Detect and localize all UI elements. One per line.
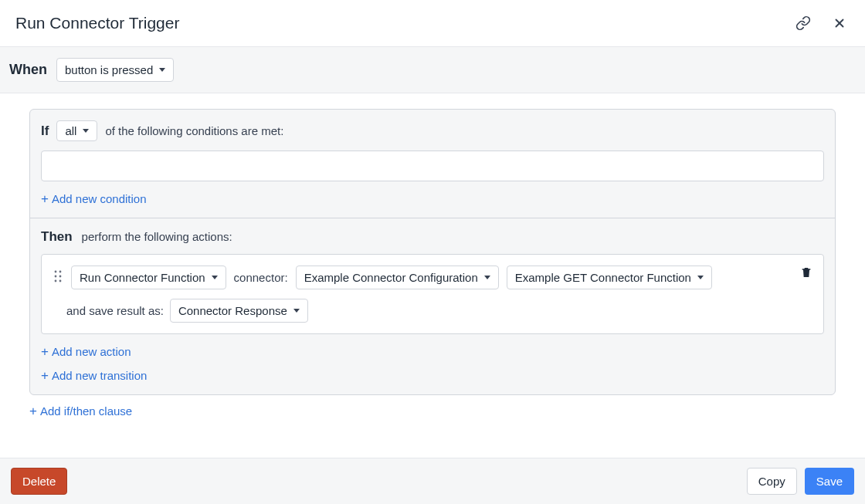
condition-input[interactable]	[41, 151, 824, 181]
svg-point-4	[55, 276, 57, 278]
drag-handle-icon[interactable]	[53, 269, 63, 286]
caret-icon	[159, 68, 165, 72]
action-type-value: Run Connector Function	[80, 271, 205, 284]
modal-title: Run Connector Trigger	[15, 14, 179, 32]
add-condition-label: Add new condition	[52, 192, 147, 205]
save-as-value: Connector Response	[178, 304, 287, 317]
save-button[interactable]: Save	[805, 468, 854, 495]
plus-icon: +	[29, 404, 37, 418]
svg-point-6	[55, 280, 57, 282]
svg-point-3	[59, 271, 62, 273]
if-mode-select[interactable]: all	[56, 120, 97, 141]
caret-icon	[212, 276, 218, 279]
modal-header: Run Connector Trigger	[0, 0, 865, 47]
add-transition-label: Add new transition	[52, 369, 147, 382]
save-as-select[interactable]: Connector Response	[170, 299, 308, 323]
then-section: Then perform the following actions: Run …	[30, 218, 835, 394]
if-label: If	[41, 123, 49, 139]
svg-point-7	[59, 280, 62, 282]
if-suffix: of the following conditions are met:	[105, 124, 283, 137]
plus-icon: +	[41, 345, 49, 358]
delete-button[interactable]: Delete	[11, 468, 67, 495]
svg-point-5	[59, 276, 62, 278]
connector-function-value: Example GET Connector Function	[515, 271, 691, 284]
svg-point-2	[55, 271, 57, 273]
footer-right: Copy Save	[747, 468, 854, 495]
if-mode-value: all	[65, 124, 76, 137]
caret-icon	[697, 276, 704, 279]
caret-icon	[484, 276, 490, 279]
add-condition-button[interactable]: + Add new condition	[41, 192, 147, 205]
header-actions	[792, 12, 850, 34]
then-label: Then	[41, 229, 73, 245]
when-trigger-select[interactable]: button is pressed	[56, 58, 174, 82]
when-trigger-value: button is pressed	[65, 63, 153, 76]
add-transition-button[interactable]: + Add new transition	[41, 369, 147, 382]
connector-value: Example Connector Configuration	[304, 271, 478, 284]
action-type-select[interactable]: Run Connector Function	[71, 266, 226, 289]
modal-footer: Delete Copy Save	[0, 458, 865, 504]
connector-select[interactable]: Example Connector Configuration	[296, 266, 499, 289]
add-clause-label: Add if/then clause	[40, 404, 132, 418]
plus-icon: +	[41, 369, 49, 382]
save-as-label: and save result as:	[66, 304, 164, 317]
delete-action-button[interactable]	[800, 266, 812, 282]
plus-icon: +	[41, 192, 49, 205]
add-action-label: Add new action	[52, 345, 131, 358]
if-then-clause: If all of the following conditions are m…	[29, 109, 836, 395]
content-area: If all of the following conditions are m…	[0, 93, 865, 458]
action-card: Run Connector Function connector: Exampl…	[41, 254, 824, 334]
connector-label: connector:	[234, 271, 288, 284]
caret-icon	[83, 129, 89, 133]
link-icon[interactable]	[792, 12, 814, 34]
then-suffix: perform the following actions:	[82, 230, 232, 243]
when-label: When	[9, 62, 47, 78]
add-action-button[interactable]: + Add new action	[41, 345, 131, 358]
when-bar: When button is pressed	[0, 47, 865, 93]
close-icon[interactable]	[829, 13, 850, 33]
action-row-1: Run Connector Function connector: Exampl…	[53, 266, 812, 289]
connector-function-select[interactable]: Example GET Connector Function	[507, 266, 712, 289]
copy-button[interactable]: Copy	[747, 468, 797, 495]
then-head: Then perform the following actions:	[41, 229, 824, 245]
caret-icon	[293, 309, 300, 313]
add-clause-button[interactable]: + Add if/then clause	[29, 404, 132, 418]
if-head: If all of the following conditions are m…	[41, 120, 824, 141]
if-section: If all of the following conditions are m…	[30, 110, 835, 218]
action-row-2: and save result as: Connector Response	[66, 299, 812, 323]
